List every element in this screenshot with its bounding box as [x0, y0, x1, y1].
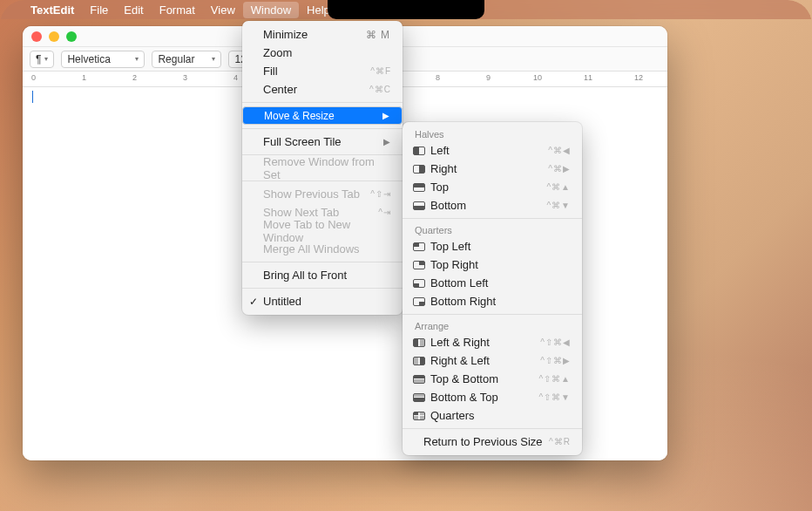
- menu-format[interactable]: Format: [152, 2, 203, 18]
- submenu-header-halves: Halves: [403, 126, 582, 141]
- menu-item-move-resize[interactable]: Move & Resize▶: [242, 106, 403, 125]
- submenu-item-top-right[interactable]: Top Right: [403, 256, 582, 274]
- menu-window[interactable]: Window: [243, 2, 299, 18]
- arrange-lr-icon: [413, 338, 425, 347]
- submenu-item-top[interactable]: Top^⌘▲: [403, 178, 582, 196]
- menu-item-merge-all: Merge All Windows: [242, 240, 403, 258]
- move-resize-submenu: Halves Left^⌘◀ Right^⌘▶ Top^⌘▲ Bottom^⌘▼…: [403, 122, 582, 455]
- submenu-item-top-left[interactable]: Top Left: [403, 237, 582, 256]
- font-style-select[interactable]: Regular▾: [152, 51, 221, 68]
- menu-item-fill[interactable]: Fill^⌘F: [242, 62, 403, 80]
- submenu-item-bottom-left[interactable]: Bottom Left: [403, 274, 582, 292]
- menu-item-bring-all[interactable]: Bring All to Front: [242, 266, 403, 284]
- submenu-header-arrange: Arrange: [403, 318, 582, 333]
- submenu-item-right[interactable]: Right^⌘▶: [403, 160, 582, 178]
- arrange-rl-icon: [413, 357, 425, 365]
- half-top-icon: [413, 183, 425, 192]
- menu-item-full-screen-tile[interactable]: Full Screen Tile▶: [242, 133, 403, 151]
- menu-item-minimize[interactable]: Minimize⌘ M: [242, 25, 403, 44]
- quarter-bl-icon: [413, 279, 425, 288]
- menu-separator: [242, 128, 403, 129]
- menu-file[interactable]: File: [82, 2, 116, 18]
- menu-separator: [242, 288, 403, 289]
- half-bottom-icon: [413, 201, 425, 210]
- half-left-icon: [413, 146, 425, 155]
- menu-view[interactable]: View: [203, 2, 243, 18]
- window-menu-dropdown: Minimize⌘ M Zoom Fill^⌘F Center^⌘C Move …: [242, 21, 403, 315]
- minimize-button[interactable]: [49, 31, 59, 42]
- submenu-item-bottom-top[interactable]: Bottom & Top^⇧⌘▼: [403, 388, 582, 406]
- quarter-br-icon: [413, 297, 425, 306]
- app-menu[interactable]: TextEdit: [23, 2, 82, 18]
- zoom-button[interactable]: [66, 31, 77, 42]
- arrange-quarters-icon: [413, 412, 425, 420]
- quarter-tl-icon: [413, 242, 425, 251]
- submenu-item-top-bottom[interactable]: Top & Bottom^⇧⌘▲: [403, 370, 582, 388]
- menu-item-remove-from-set: Remove Window from Set: [242, 159, 403, 177]
- submenu-item-bottom[interactable]: Bottom^⌘▼: [403, 196, 582, 215]
- menu-item-show-prev-tab: Show Previous Tab^⇧⇥: [242, 185, 403, 203]
- submenu-item-right-left[interactable]: Right & Left^⇧⌘▶: [403, 351, 582, 370]
- submenu-item-quarters[interactable]: Quarters: [403, 406, 582, 425]
- menu-separator: [403, 314, 582, 315]
- submenu-item-left-right[interactable]: Left & Right^⇧⌘◀: [403, 333, 582, 351]
- display-notch: [328, 0, 484, 19]
- menu-item-move-tab-new: Move Tab to New Window: [242, 221, 403, 240]
- submenu-header-quarters: Quarters: [403, 222, 582, 237]
- quarter-tr-icon: [413, 261, 425, 269]
- menu-edit[interactable]: Edit: [116, 2, 151, 18]
- submenu-item-left[interactable]: Left^⌘◀: [403, 141, 582, 160]
- menu-separator: [403, 428, 582, 429]
- menu-item-doc-untitled[interactable]: ✓Untitled: [242, 292, 403, 310]
- menu-item-center[interactable]: Center^⌘C: [242, 80, 403, 99]
- submenu-item-return-prev[interactable]: Return to Previous Size^⌘R: [403, 433, 582, 451]
- menu-separator: [403, 218, 582, 219]
- submenu-item-bottom-right[interactable]: Bottom Right: [403, 292, 582, 310]
- close-button[interactable]: [31, 31, 42, 42]
- menu-separator: [242, 102, 403, 103]
- menu-item-zoom[interactable]: Zoom: [242, 44, 403, 62]
- menu-separator: [242, 262, 403, 262]
- arrange-bt-icon: [413, 393, 425, 402]
- text-cursor: [32, 91, 33, 103]
- paragraph-style-select[interactable]: ¶▾: [30, 51, 54, 68]
- half-right-icon: [413, 165, 425, 174]
- font-family-select[interactable]: Helvetica▾: [61, 51, 145, 68]
- arrange-tb-icon: [413, 375, 425, 384]
